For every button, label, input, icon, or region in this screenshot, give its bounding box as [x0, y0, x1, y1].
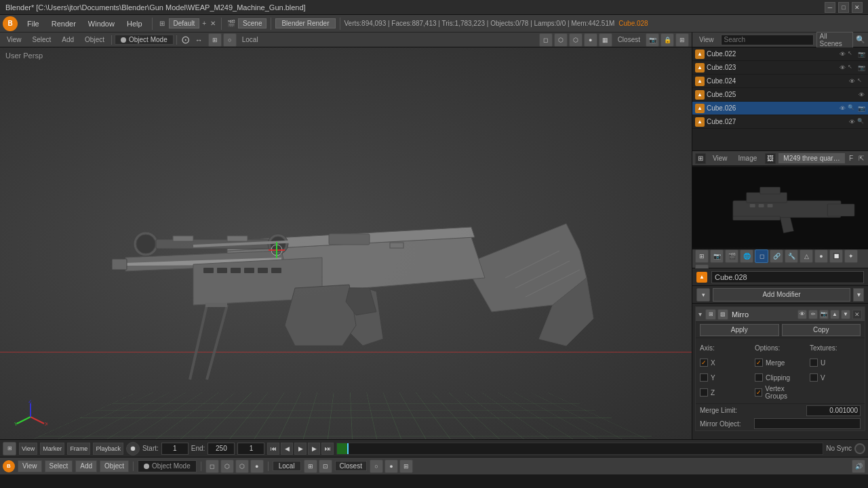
axis-z-checkbox[interactable]	[700, 388, 708, 396]
tex-u-checkbox[interactable]	[810, 359, 818, 367]
cam-icon-1[interactable]: 📷	[857, 64, 865, 72]
tl-jump-start-btn[interactable]: ⏮	[267, 443, 279, 455]
object-name-field[interactable]	[711, 271, 864, 283]
rp-pin-btn[interactable]: F	[848, 155, 854, 162]
outliner-item-4[interactable]: ▲ Cube.026 👁 🔍 📷	[692, 102, 868, 115]
tl-icon[interactable]: ⊞	[3, 442, 16, 455]
prop-render-btn[interactable]: 📷	[710, 249, 724, 263]
rp-name-btn[interactable]: M249 three quarter...	[778, 153, 845, 163]
vp-cam-btn[interactable]: 📷	[646, 33, 659, 47]
outliner-search-icon[interactable]: 🔍	[856, 35, 865, 44]
vp-object-btn[interactable]: Object	[81, 35, 108, 44]
prop-edit-3[interactable]: ⊞	[399, 460, 413, 473]
status-view-btn[interactable]: View	[18, 460, 42, 472]
vg-checkbox[interactable]	[755, 388, 762, 396]
snap-toggle-btn[interactable]: ⊞	[304, 460, 317, 473]
snap-type-btn[interactable]: Closest	[615, 36, 643, 43]
mod-icon-1[interactable]: ⊞	[705, 309, 716, 320]
tl-end-field[interactable]: 250	[208, 443, 235, 455]
snap-btn[interactable]: ⊞	[208, 33, 222, 47]
vp-select-btn[interactable]: Select	[28, 35, 56, 44]
mod-expand-icon[interactable]: ▾	[698, 310, 702, 318]
mod-down-btn[interactable]: ▼	[841, 310, 850, 319]
eye-icon-3[interactable]: 👁	[857, 91, 865, 99]
minimize-button[interactable]: ─	[825, 2, 835, 13]
merge-checkbox[interactable]	[755, 359, 763, 367]
shade-solid-btn[interactable]: ⬡	[220, 460, 234, 473]
cam-icon-4[interactable]: 📷	[857, 104, 865, 113]
tl-marker-btn[interactable]: Marker	[40, 443, 64, 455]
prop-edit-1[interactable]: ○	[370, 460, 383, 473]
menu-window[interactable]: Window	[83, 18, 120, 29]
clipping-checkbox[interactable]	[755, 373, 763, 382]
outliner-search-input[interactable]	[721, 35, 814, 45]
prop-scene-btn[interactable]: ⊞	[695, 249, 709, 263]
object-mode-selector[interactable]: Object Mode	[138, 460, 197, 472]
maximize-button[interactable]: □	[838, 2, 849, 13]
menu-render[interactable]: Render	[46, 18, 81, 29]
outliner-item-0[interactable]: ▲ Cube.022 👁 ↖ 📷	[692, 47, 868, 61]
tl-sync-btn[interactable]	[854, 443, 865, 454]
object-mode-btn[interactable]: Object Mode	[115, 35, 174, 45]
status-select-btn[interactable]: Select	[45, 460, 73, 472]
cursor-icon-2[interactable]: ↖	[857, 77, 865, 85]
rp-image-btn[interactable]: Image	[734, 154, 762, 163]
mod-close-btn[interactable]: ✕	[852, 310, 862, 319]
mod-edit-btn[interactable]: ✏	[808, 310, 818, 319]
mod-vis-btn[interactable]: 👁	[797, 310, 807, 319]
add-modifier-button[interactable]: Add Modifier	[713, 288, 850, 302]
vp-view-btn[interactable]: View	[3, 35, 26, 44]
vp-shading-3[interactable]: ⬡	[569, 33, 583, 47]
search-icon-4[interactable]: 🔍	[848, 104, 856, 113]
status-add-btn[interactable]: Add	[75, 460, 97, 472]
rp-format-icon[interactable]: 🖼	[765, 153, 776, 164]
shade-mat-btn[interactable]: ⬡	[235, 460, 249, 473]
outliner-view-btn[interactable]: View	[695, 35, 718, 44]
transform-space-btn[interactable]: Local	[239, 36, 261, 43]
tl-play-btn[interactable]: ▶	[294, 443, 307, 455]
workspace-selector[interactable]: Default	[169, 18, 200, 28]
3d-viewport[interactable]: View Select Add Object Object Mode ⊙ ↔ ⊞…	[0, 33, 692, 439]
tl-frame-btn[interactable]: Frame	[67, 443, 90, 455]
tl-bar[interactable]	[336, 443, 823, 455]
tl-record-btn[interactable]: ⏺	[126, 442, 140, 455]
apply-button[interactable]: Apply	[700, 324, 779, 336]
rp-expand-btn[interactable]: ⇱	[857, 155, 865, 162]
cursor-icon-0[interactable]: ↖	[848, 50, 856, 58]
pivot-icon[interactable]: ⊙	[180, 33, 191, 46]
snap-type-btn2[interactable]: ⊡	[319, 460, 332, 473]
mirror-object-field[interactable]	[754, 418, 861, 429]
tl-view-btn[interactable]: View	[19, 443, 37, 455]
eye-icon-1[interactable]: 👁	[838, 64, 846, 72]
prop-object-btn[interactable]: ◻	[755, 249, 768, 263]
renderer-selector[interactable]: Blender Render	[275, 18, 335, 28]
vp-shading-1[interactable]: ◻	[539, 33, 553, 47]
copy-button[interactable]: Copy	[782, 324, 861, 336]
status-object-btn[interactable]: Object	[100, 460, 129, 472]
prop-particle-btn[interactable]: ✦	[844, 249, 858, 263]
eye-icon-4[interactable]: 👁	[838, 104, 846, 113]
prop-modifier-btn[interactable]: 🔧	[785, 249, 798, 263]
outliner-item-2[interactable]: ▲ Cube.024 👁 ↖	[692, 75, 868, 88]
prop-material-btn[interactable]: ●	[814, 249, 828, 263]
rp-view-btn[interactable]: View	[709, 154, 732, 163]
menu-help[interactable]: Help	[121, 18, 148, 29]
cursor-icon-1[interactable]: ↖	[848, 64, 856, 72]
mod-up-btn[interactable]: ▲	[830, 310, 840, 319]
scene-selector[interactable]: Scene	[238, 18, 267, 28]
tl-prev-frame-btn[interactable]: ◀	[281, 443, 293, 455]
tl-jump-end-btn[interactable]: ⏭	[321, 443, 334, 455]
workspace-add[interactable]: +	[201, 20, 208, 27]
axis-x-checkbox[interactable]	[700, 359, 708, 367]
menu-file[interactable]: File	[22, 18, 45, 29]
tl-current-field[interactable]: 1	[237, 443, 264, 455]
shade-wire-btn[interactable]: ◻	[205, 460, 219, 473]
transform-icon[interactable]: ↔	[194, 36, 204, 44]
all-scenes-btn[interactable]: All Scenes	[816, 32, 854, 48]
outliner-item-5[interactable]: ▲ Cube.027 👁 🔍	[692, 115, 868, 129]
vp-overlay-btn[interactable]: ▦	[599, 33, 612, 47]
shade-render-btn[interactable]: ●	[250, 460, 264, 473]
viewport-canvas[interactable]: User Persp X Y Z	[0, 47, 692, 439]
vp-shading-4[interactable]: ●	[584, 33, 597, 47]
tex-v-checkbox[interactable]	[810, 373, 818, 382]
